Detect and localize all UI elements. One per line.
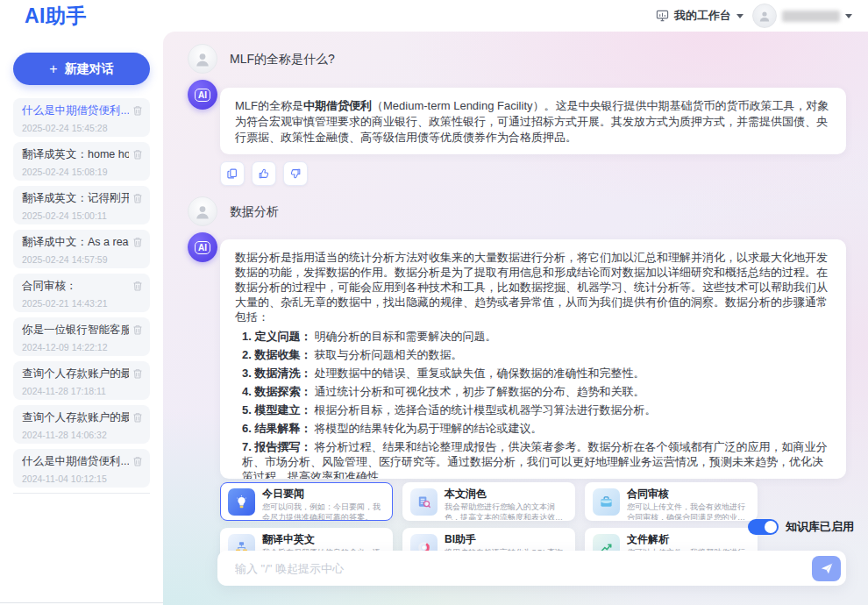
conversation-list: 什么是中期借贷便利... 2025-02-24 15:45:28 翻译成英文：h…: [13, 98, 150, 494]
list-item: 4. 数据探索：通过统计分析和可视化技术，初步了解数据的分布、趋势和关联。: [242, 384, 831, 399]
conversation-time: 2024-12-09 14:22:12: [22, 342, 129, 352]
knowledge-base-toggle[interactable]: [748, 519, 779, 535]
quick-action-contract[interactable]: 合同审核 您可以上传文件，我会有效地进行合同审核，确保合同满足您的业务需求。: [585, 482, 758, 521]
conversation-time: 2025-02-24 14:57:59: [22, 254, 129, 265]
message-input[interactable]: [217, 562, 812, 575]
quick-action-polish[interactable]: 本文润色 我会帮助您进行您输入的文本润色，提高文本的流畅度和表达效果。: [402, 482, 575, 521]
conversation-title: 翻译成中文：As a reader...: [22, 235, 129, 250]
conversation-item[interactable]: 翻译成英文：记得刚开始... 2025-02-24 15:00:11: [13, 186, 150, 224]
quick-action-title: 翻译中英文: [262, 533, 385, 545]
user-name-masked: [782, 11, 840, 22]
ai-message-intro: 数据分析是指用适当的统计分析方法对收集来的大量数据进行分析，将它们加以汇总和理解…: [235, 251, 828, 324]
paper-plane-icon: [820, 562, 834, 575]
user-avatar: [752, 4, 777, 28]
ai-message-text: MLF的全称是: [235, 99, 303, 112]
quick-action-desc: 您可以上传文件，我会有效地进行合同审核，确保合同满足您的业务需求。: [627, 502, 750, 521]
conversation-item[interactable]: 你是一位银行智能客服，... 2024-12-09 14:22:12: [13, 317, 150, 356]
ai-message-card: 数据分析是指用适当的统计分析方法对收集来的大量数据进行分析，将它们加以汇总和理解…: [220, 239, 846, 479]
trash-icon[interactable]: [132, 368, 143, 380]
conversation-title: 合同审核：: [22, 279, 129, 294]
trash-icon[interactable]: [132, 149, 143, 160]
ai-message-row: AI 数据分析是指用适当的统计分析方法对收集来的大量数据进行分析，将它们加以汇总…: [188, 232, 846, 479]
chat-panel: MLF的全称是什么? AI MLF的全称是中期借贷便利（Medium-term …: [163, 32, 868, 605]
conversation-time: 2024-11-28 17:18:11: [22, 386, 129, 396]
conversation-item[interactable]: 查询个人存款账户的最新... 2024-11-28 17:18:11: [13, 361, 150, 400]
user-message-text: 数据分析: [230, 204, 279, 220]
conversation-title: 翻译成英文：记得刚开始...: [22, 191, 129, 206]
top-header: AI助手 我的工作台: [0, 0, 868, 32]
copy-button[interactable]: [220, 161, 245, 186]
conversation-time: 2025-02-24 15:45:28: [22, 123, 129, 133]
conversation-item[interactable]: 翻译成英文：home home 2025-02-24 15:08:19: [13, 142, 150, 181]
monitor-icon: [656, 10, 669, 22]
user-message-row: MLF的全称是什么?: [188, 44, 846, 74]
list-item: 3. 数据清洗：处理数据中的错误、重复或缺失值，确保数据的准确性和完整性。: [242, 366, 831, 381]
chevron-down-icon: [736, 14, 743, 18]
quick-action-title: 文件解析: [627, 533, 750, 545]
trash-icon[interactable]: [132, 105, 143, 117]
trash-icon[interactable]: [132, 193, 143, 204]
user-menu[interactable]: [752, 4, 852, 28]
quick-action-title: 合同审核: [627, 488, 750, 500]
new-chat-button[interactable]: + 新建对话: [13, 53, 150, 85]
quick-action-news[interactable]: 今日要闻 您可以问我，例如：今日要闻，我会尽力提供准确和可靠的答案。: [220, 482, 393, 521]
ai-avatar-label: AI: [195, 241, 210, 254]
thumbs-down-button[interactable]: [283, 161, 308, 186]
trash-icon[interactable]: [132, 237, 143, 248]
ai-message-card: MLF的全称是中期借贷便利（Medium-term Lending Facili…: [220, 88, 846, 154]
user-avatar: [188, 196, 217, 226]
trash-icon[interactable]: [132, 324, 143, 336]
list-item: 2. 数据收集：获取与分析问题相关的数据。: [242, 347, 831, 362]
composer: [217, 551, 846, 586]
ai-avatar-label: AI: [195, 89, 210, 102]
new-chat-label: 新建对话: [65, 61, 114, 77]
conversation-time: 2025-02-21 14:43:21: [22, 298, 129, 309]
trash-icon[interactable]: [132, 412, 143, 424]
send-button[interactable]: [812, 556, 841, 581]
sidebar: + 新建对话 什么是中期借贷便利... 2025-02-24 15:45:28 …: [0, 32, 163, 605]
user-avatar: [188, 44, 217, 74]
header-right: 我的工作台: [656, 4, 852, 28]
list-item: 6. 结果解释：将模型的结果转化为易于理解的结论或建议。: [242, 421, 831, 436]
message-actions: [220, 161, 846, 186]
workspace-menu[interactable]: 我的工作台: [656, 8, 743, 24]
knowledge-base-label: 知识库已启用: [786, 519, 854, 535]
copy-icon: [226, 167, 238, 180]
list-item: 5. 模型建立：根据分析目标，选择合适的统计模型或机器学习算法进行数据分析。: [242, 402, 831, 417]
quick-action-title: 今日要闻: [262, 488, 385, 500]
conversation-title: 什么是中期借贷便利...: [22, 454, 129, 469]
quick-action-title: BI助手: [445, 533, 567, 545]
thumbs-up-icon: [258, 167, 270, 180]
sidebar-bottom-divider: [0, 602, 163, 603]
text-polish-icon: [410, 488, 438, 516]
conversation-time: 2025-02-24 15:08:19: [22, 167, 129, 177]
user-message-row: 数据分析: [188, 196, 846, 226]
thumbs-up-button[interactable]: [252, 161, 276, 186]
workspace-label: 我的工作台: [674, 8, 731, 24]
chevron-down-icon: [845, 14, 852, 18]
conversation-title: 你是一位银行智能客服，...: [22, 323, 129, 338]
conversation-title: 翻译成英文：home home: [22, 147, 129, 162]
ai-message-row: AI MLF的全称是中期借贷便利（Medium-term Lending Fac…: [188, 80, 846, 154]
conversation-item[interactable]: 查询个人存款账户的最新... 2024-11-28 14:06:32: [13, 405, 150, 444]
quick-action-title: 本文润色: [445, 488, 567, 500]
conversation-item[interactable]: 什么是中期借贷便利... 2025-02-24 15:45:28: [13, 98, 150, 137]
conversation-time: 2024-11-04 10:12:15: [22, 473, 129, 484]
ai-avatar: AI: [188, 232, 217, 262]
person-icon: [194, 203, 211, 220]
trash-icon[interactable]: [132, 281, 143, 292]
conversation-time: 2024-11-28 14:06:32: [22, 430, 129, 440]
trash-icon[interactable]: [132, 456, 143, 467]
conversation-item[interactable]: 什么是中期借贷便利... 2024-11-04 10:12:15: [13, 449, 150, 488]
ai-avatar: AI: [188, 80, 217, 110]
list-divider: [13, 493, 150, 494]
person-icon: [758, 9, 772, 23]
conversation-item[interactable]: 翻译成中文：As a reader... 2025-02-24 14:57:59: [13, 230, 150, 268]
conversation-item[interactable]: 合同审核： 2025-02-21 14:43:21: [13, 274, 150, 312]
ai-message-bold: 中期借贷便利: [303, 99, 372, 112]
conversation-title: 查询个人存款账户的最新...: [22, 410, 129, 425]
quick-action-desc: 您可以问我，例如：今日要闻，我会尽力提供准确和可靠的答案。: [262, 502, 385, 521]
person-icon: [194, 50, 211, 68]
knowledge-base-control: 知识库已启用: [748, 519, 854, 535]
chat-thread: MLF的全称是什么? AI MLF的全称是中期借贷便利（Medium-term …: [163, 32, 868, 566]
